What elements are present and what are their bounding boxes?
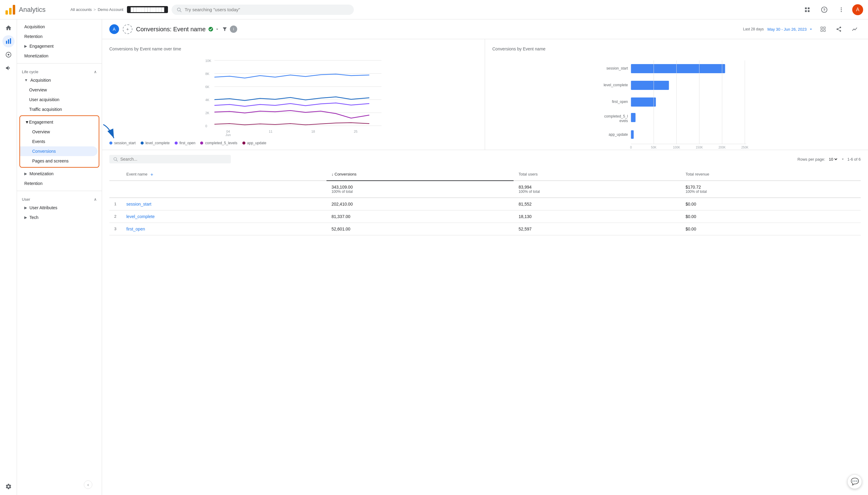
row-2-num: 2: [109, 210, 121, 223]
sidebar-user-attributes[interactable]: ▶ User Attributes: [17, 203, 98, 212]
nav-reports-button[interactable]: [2, 35, 15, 47]
row-3-revenue: $0.00: [681, 223, 861, 235]
svg-point-11: [841, 7, 841, 8]
svg-point-19: [209, 27, 213, 32]
col-total-revenue-label: Total revenue: [685, 172, 709, 176]
acquisition-expand-icon: ▼: [24, 78, 28, 82]
svg-rect-16: [10, 38, 11, 44]
app-title: Analytics: [19, 6, 46, 14]
title-check-area[interactable]: [208, 27, 220, 32]
totals-name: [121, 181, 326, 198]
svg-text:250K: 250K: [742, 146, 749, 149]
rows-select-arrow-icon: [841, 157, 845, 161]
info-badge: i: [230, 25, 237, 33]
row-1-event-name: session_start: [121, 198, 326, 210]
legend-label-app-update: app_update: [247, 141, 266, 145]
row-2-conversions: 81,337.00: [326, 210, 514, 223]
sidebar-subitem-overview-acq-label: Overview: [29, 87, 47, 92]
main-layout: Acquisition Retention ▶ Engagement Monet…: [0, 19, 868, 495]
totals-revenue-pct: 100% of total: [685, 189, 856, 194]
sidebar-subitem-pages[interactable]: Pages and screens: [20, 156, 99, 166]
report-header: A + Conversions: Event name: [102, 19, 868, 39]
lifecycle-header-label: Life cycle: [22, 70, 38, 74]
user-header-label: User: [22, 197, 30, 202]
col-total-revenue[interactable]: Total revenue: [681, 168, 861, 181]
compare-button[interactable]: [849, 23, 861, 35]
table-search[interactable]: [109, 155, 231, 164]
col-total-users[interactable]: Total users: [514, 168, 681, 181]
sidebar-subitem-overview-eng[interactable]: Overview: [20, 127, 99, 137]
table-section: Rows per page: 10 25 50 1-6 of 6: [102, 150, 868, 235]
sidebar-subitem-traffic-acq[interactable]: Traffic acquisition: [17, 104, 98, 114]
sidebar-engagement-header[interactable]: ▼ Engagement: [20, 117, 99, 127]
rows-per-page-select[interactable]: 10 25 50: [828, 157, 838, 162]
legend-session-start: session_start: [109, 141, 136, 145]
sidebar-item-monetization-top[interactable]: Monetization: [17, 51, 98, 61]
bar-chart-svg: session_start level_complete first_open …: [492, 57, 861, 152]
sidebar-monetization-label: Monetization: [30, 171, 53, 176]
sidebar-divider-2: [17, 191, 102, 191]
svg-rect-48: [631, 81, 669, 90]
nav-home-button[interactable]: [2, 22, 15, 34]
account-name[interactable]: ████████████: [127, 6, 168, 13]
user-header[interactable]: User ∧: [17, 193, 102, 203]
add-col-icon[interactable]: [150, 172, 154, 177]
help-button[interactable]: ?: [818, 4, 830, 16]
sidebar-subitem-pages-label: Pages and screens: [32, 158, 69, 164]
export-button[interactable]: [817, 23, 829, 35]
sidebar-user-attributes-label: User Attributes: [30, 205, 57, 210]
svg-text:18: 18: [311, 130, 315, 133]
svg-text:11: 11: [269, 130, 272, 133]
legend-label-session-start: session_start: [114, 141, 136, 145]
more-options-button[interactable]: [835, 4, 847, 16]
sidebar-subitem-conversions[interactable]: Conversions: [20, 147, 98, 156]
line-chart-panel: Conversions by Event name over time 10K …: [102, 39, 485, 150]
row-2-event-link[interactable]: level_complete: [126, 214, 155, 219]
chevron-down-icon: [809, 27, 813, 32]
filter-icon[interactable]: [222, 27, 227, 32]
svg-rect-21: [824, 27, 826, 29]
sidebar-lifecycle-acquisition[interactable]: ▼ Acquisition: [17, 75, 98, 85]
table-search-input[interactable]: [120, 157, 173, 161]
row-3-event-link[interactable]: first_open: [126, 226, 145, 232]
lifecycle-header[interactable]: Life cycle ∧: [17, 66, 102, 75]
sidebar-item-engagement-top[interactable]: ▶ Engagement: [17, 41, 98, 51]
date-range-label: Last 28 days: [743, 27, 764, 31]
nav-explore-button[interactable]: [2, 49, 15, 61]
date-selector[interactable]: May 30 - Jun 26, 2023: [767, 27, 813, 32]
sidebar-subitem-events[interactable]: Events: [20, 137, 99, 147]
sidebar-item-acquisition-top-label: Acquisition: [24, 24, 45, 29]
breadcrumb-account[interactable]: Demo Account: [98, 7, 124, 12]
col-conversions[interactable]: ↓ Conversions: [326, 168, 514, 181]
legend-label-first-open: first_open: [180, 141, 195, 145]
chat-button[interactable]: 💬: [847, 474, 862, 489]
sidebar-monetization[interactable]: ▶ Monetization: [17, 169, 98, 178]
share-button[interactable]: [833, 23, 845, 35]
grid-view-button[interactable]: [801, 4, 813, 16]
svg-rect-22: [821, 30, 823, 32]
sidebar-subitem-user-acq[interactable]: User acquisition: [17, 95, 98, 104]
sidebar-tech-label: Tech: [30, 215, 38, 220]
col-event-name[interactable]: Event name: [121, 168, 326, 181]
svg-rect-47: [631, 64, 725, 73]
sidebar-tech[interactable]: ▶ Tech: [17, 212, 98, 222]
breadcrumb-all-accounts[interactable]: All accounts: [70, 7, 92, 12]
sidebar-subitem-overview-acq[interactable]: Overview: [17, 85, 98, 95]
user-avatar[interactable]: A: [852, 4, 863, 15]
nav-settings-button[interactable]: [2, 480, 15, 493]
charts-section: Conversions by Event name over time 10K …: [102, 39, 868, 150]
svg-rect-51: [631, 130, 634, 139]
sidebar-engagement-label: Engagement: [29, 120, 53, 124]
search-bar[interactable]: [172, 4, 354, 15]
search-input[interactable]: [185, 7, 349, 12]
nav-advertising-button[interactable]: [2, 62, 15, 74]
sidebar-retention[interactable]: Retention: [17, 178, 98, 188]
svg-text:Jun: Jun: [225, 133, 231, 136]
nav-icons: [0, 19, 17, 495]
sidebar-item-retention-top[interactable]: Retention: [17, 32, 98, 41]
bar-chart-title: Conversions by Event name: [492, 47, 861, 51]
row-1-event-link[interactable]: session_start: [126, 202, 151, 206]
sidebar-collapse-button[interactable]: ‹: [84, 480, 92, 489]
sidebar-item-acquisition-top[interactable]: Acquisition: [17, 22, 98, 32]
report-add-button[interactable]: +: [123, 24, 132, 34]
